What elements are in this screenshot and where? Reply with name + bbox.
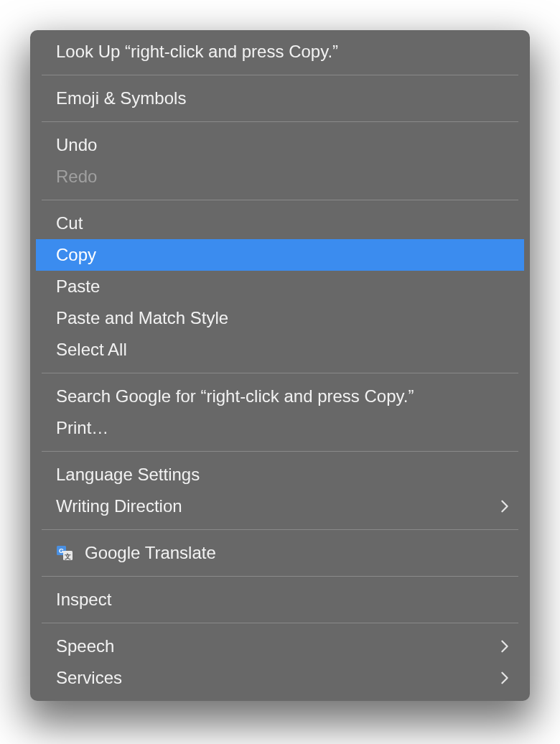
menu-item-label: Paste and Match Style <box>56 308 511 328</box>
menu-item-label: Emoji & Symbols <box>56 88 511 108</box>
menu-separator <box>42 373 518 373</box>
menu-item-label: Look Up “right-click and press Copy.” <box>56 42 511 62</box>
chevron-right-icon <box>498 500 511 513</box>
menu-item-services[interactable]: Services <box>30 662 530 694</box>
menu-item-label: Print… <box>56 418 511 438</box>
menu-item-language-settings[interactable]: Language Settings <box>30 459 530 490</box>
menu-item-label: Cut <box>56 213 511 233</box>
menu-item-label: Writing Direction <box>56 496 498 516</box>
menu-separator <box>42 121 518 122</box>
menu-item-emoji[interactable]: Emoji & Symbols <box>30 83 530 114</box>
menu-separator <box>42 75 518 75</box>
menu-item-label: Search Google for “right-click and press… <box>56 386 511 406</box>
menu-separator <box>42 529 518 530</box>
menu-item-google-translate[interactable]: G 文 Google Translate <box>30 537 530 569</box>
menu-item-print[interactable]: Print… <box>30 412 530 444</box>
menu-item-search-google[interactable]: Search Google for “right-click and press… <box>30 381 530 412</box>
menu-item-label: Paste <box>56 276 511 297</box>
menu-item-writing-direction[interactable]: Writing Direction <box>30 490 530 522</box>
menu-separator <box>42 451 518 452</box>
menu-item-lookup[interactable]: Look Up “right-click and press Copy.” <box>30 36 530 68</box>
menu-item-label: Inspect <box>56 590 511 610</box>
svg-text:文: 文 <box>64 553 71 560</box>
svg-text:G: G <box>59 547 64 554</box>
menu-separator <box>42 576 518 577</box>
menu-item-label: Google Translate <box>85 543 511 563</box>
menu-separator <box>42 623 518 623</box>
menu-item-speech[interactable]: Speech <box>30 631 530 662</box>
menu-item-label: Copy <box>56 245 511 265</box>
menu-item-label: Redo <box>56 167 511 187</box>
context-menu: Look Up “right-click and press Copy.” Em… <box>30 30 530 701</box>
menu-item-label: Select All <box>56 340 511 360</box>
menu-item-label: Speech <box>56 636 498 656</box>
menu-item-paste-match[interactable]: Paste and Match Style <box>30 302 530 334</box>
menu-item-label: Undo <box>56 135 511 155</box>
menu-item-undo[interactable]: Undo <box>30 129 530 161</box>
menu-item-label: Language Settings <box>56 465 511 485</box>
menu-item-copy[interactable]: Copy <box>36 239 524 271</box>
menu-item-label: Services <box>56 668 498 688</box>
chevron-right-icon <box>498 671 511 684</box>
menu-item-redo: Redo <box>30 161 530 192</box>
menu-separator <box>42 200 518 200</box>
menu-item-cut[interactable]: Cut <box>30 208 530 239</box>
menu-item-inspect[interactable]: Inspect <box>30 584 530 615</box>
menu-item-select-all[interactable]: Select All <box>30 334 530 366</box>
menu-item-paste[interactable]: Paste <box>30 271 530 302</box>
translate-icon: G 文 <box>56 544 73 562</box>
chevron-right-icon <box>498 640 511 653</box>
